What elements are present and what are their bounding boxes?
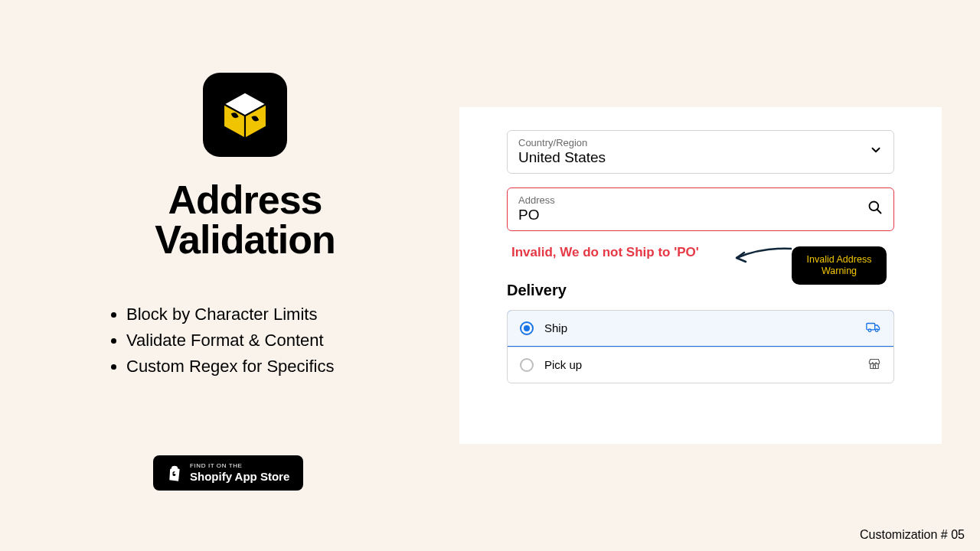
country-select[interactable]: Country/Region United States xyxy=(507,130,894,174)
badge-small-text: FIND IT ON THE xyxy=(190,463,289,470)
address-value: PO xyxy=(518,206,883,224)
feature-item: Custom Regex for Specifics xyxy=(126,354,398,380)
page-title: Address Validation xyxy=(92,180,398,259)
address-label: Address xyxy=(518,194,883,206)
delivery-option-label: Ship xyxy=(544,321,567,334)
store-icon xyxy=(867,357,881,373)
radio-checked-icon xyxy=(520,321,534,335)
delivery-option-pickup[interactable]: Pick up xyxy=(508,347,893,383)
address-input[interactable]: Address PO xyxy=(507,187,894,231)
svg-point-6 xyxy=(868,329,871,331)
delivery-option-ship[interactable]: Ship xyxy=(507,310,894,347)
footer-tag: Customization # 05 xyxy=(860,528,965,542)
annotation-callout: Invalid Address Warning xyxy=(792,246,887,285)
left-column: Address Validation Block by Character Li… xyxy=(92,73,398,380)
country-label: Country/Region xyxy=(518,137,883,148)
country-value: United States xyxy=(518,148,883,167)
svg-line-4 xyxy=(877,210,881,214)
svg-rect-8 xyxy=(874,365,876,369)
callout-line-1: Invalid Address xyxy=(807,254,872,265)
heading-line-2: Validation xyxy=(155,217,335,262)
callout-line-2: Warning xyxy=(822,266,857,276)
feature-item: Validate Format & Content xyxy=(126,328,398,354)
cube-icon xyxy=(218,88,272,142)
heading-line-1: Address xyxy=(168,178,322,222)
app-icon xyxy=(203,73,287,157)
svg-rect-5 xyxy=(867,323,875,329)
shopify-app-store-badge[interactable]: FIND IT ON THE Shopify App Store xyxy=(153,455,303,491)
delivery-option-label: Pick up xyxy=(544,358,582,371)
search-icon xyxy=(867,200,883,218)
badge-big-text: Shopify App Store xyxy=(190,470,289,483)
truck-icon xyxy=(866,321,881,335)
feature-list: Block by Character Limits Validate Forma… xyxy=(92,302,398,380)
svg-point-7 xyxy=(876,329,878,331)
chevron-down-icon xyxy=(869,143,883,160)
radio-unchecked-icon xyxy=(520,358,534,372)
delivery-options: Ship Pick up xyxy=(507,310,894,383)
feature-item: Block by Character Limits xyxy=(126,302,398,328)
shopify-bag-icon xyxy=(167,465,182,481)
